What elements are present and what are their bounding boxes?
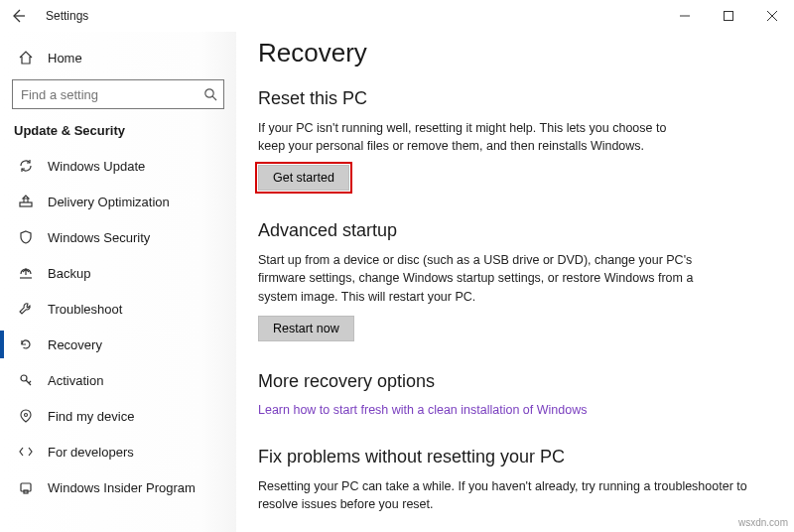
code-icon (18, 444, 34, 460)
minimize-icon (680, 11, 690, 21)
sidebar-item-label: Delivery Optimization (48, 195, 170, 209)
section-title: Advanced startup (258, 220, 768, 241)
sidebar-item-label: Backup (48, 266, 90, 281)
search-icon (203, 87, 217, 101)
sidebar-item-label: Find my device (48, 409, 134, 424)
arrow-left-icon (10, 8, 26, 24)
section-title: Reset this PC (258, 88, 768, 109)
sidebar-item-label: Windows Insider Program (48, 480, 196, 495)
backup-icon (18, 265, 34, 281)
section-title: Fix problems without resetting your PC (258, 447, 768, 467)
titlebar: Settings (0, 0, 794, 32)
sidebar-item-label: Activation (48, 373, 103, 388)
svg-rect-2 (20, 202, 32, 206)
sidebar-item-label: Home (48, 51, 82, 66)
sidebar-item-find-my-device[interactable]: Find my device (0, 398, 236, 434)
sidebar-item-recovery[interactable]: Recovery (0, 327, 236, 362)
sidebar-item-label: Troubleshoot (48, 302, 122, 317)
section-fix-problems: Fix problems without resetting your PC R… (258, 447, 768, 513)
shield-icon (18, 229, 34, 245)
window-title: Settings (46, 9, 88, 23)
sidebar-item-label: Windows Update (48, 159, 145, 174)
sidebar-item-for-developers[interactable]: For developers (0, 434, 236, 469)
watermark: wsxdn.com (738, 517, 788, 528)
close-button[interactable] (750, 0, 794, 32)
recovery-icon (18, 336, 34, 352)
sidebar-nav: Windows Update Delivery Optimization Win… (0, 148, 236, 505)
sidebar-item-label: For developers (48, 445, 134, 460)
maximize-icon (724, 11, 733, 21)
section-desc: Start up from a device or disc (such as … (258, 251, 695, 305)
sidebar-item-home[interactable]: Home (0, 42, 236, 79)
sidebar-item-windows-update[interactable]: Windows Update (0, 148, 236, 184)
delivery-icon (18, 194, 34, 209)
restart-now-button[interactable]: Restart now (258, 316, 354, 341)
sidebar-item-delivery-optimization[interactable]: Delivery Optimization (0, 184, 236, 219)
svg-point-1 (205, 89, 213, 97)
sync-icon (18, 158, 34, 174)
section-desc: If your PC isn't running well, resetting… (258, 119, 695, 155)
search-box[interactable] (12, 79, 224, 109)
maximize-button[interactable] (707, 0, 750, 32)
sidebar-item-backup[interactable]: Backup (0, 255, 236, 291)
location-icon (18, 408, 34, 424)
section-advanced-startup: Advanced startup Start up from a device … (258, 220, 768, 340)
key-icon (18, 372, 34, 388)
section-title: More recovery options (258, 371, 768, 392)
wrench-icon (18, 301, 34, 317)
svg-point-4 (25, 414, 28, 417)
fresh-start-link[interactable]: Learn how to start fresh with a clean in… (258, 403, 587, 417)
back-button[interactable] (8, 6, 28, 26)
close-icon (767, 11, 777, 21)
sidebar-item-label: Recovery (48, 337, 102, 352)
search-input[interactable] (13, 80, 223, 108)
section-more-recovery: More recovery options Learn how to start… (258, 371, 768, 417)
content-area: Recovery Reset this PC If your PC isn't … (236, 32, 794, 532)
page-title: Recovery (258, 38, 768, 68)
sidebar-item-label: Windows Security (48, 230, 150, 245)
minimize-button[interactable] (663, 0, 707, 32)
sidebar-item-activation[interactable]: Activation (0, 362, 236, 398)
sidebar: Home Update & Security Windows Update De… (0, 32, 236, 532)
home-icon (18, 50, 34, 66)
insider-icon (18, 479, 34, 495)
sidebar-item-troubleshoot[interactable]: Troubleshoot (0, 291, 236, 327)
svg-rect-0 (725, 12, 733, 21)
sidebar-item-windows-insider[interactable]: Windows Insider Program (0, 469, 236, 505)
get-started-button[interactable]: Get started (258, 165, 349, 191)
sidebar-item-windows-security[interactable]: Windows Security (0, 219, 236, 255)
section-reset-pc: Reset this PC If your PC isn't running w… (258, 88, 768, 191)
section-desc: Resetting your PC can take a while. If y… (258, 477, 768, 513)
sidebar-group-header: Update & Security (0, 123, 236, 148)
